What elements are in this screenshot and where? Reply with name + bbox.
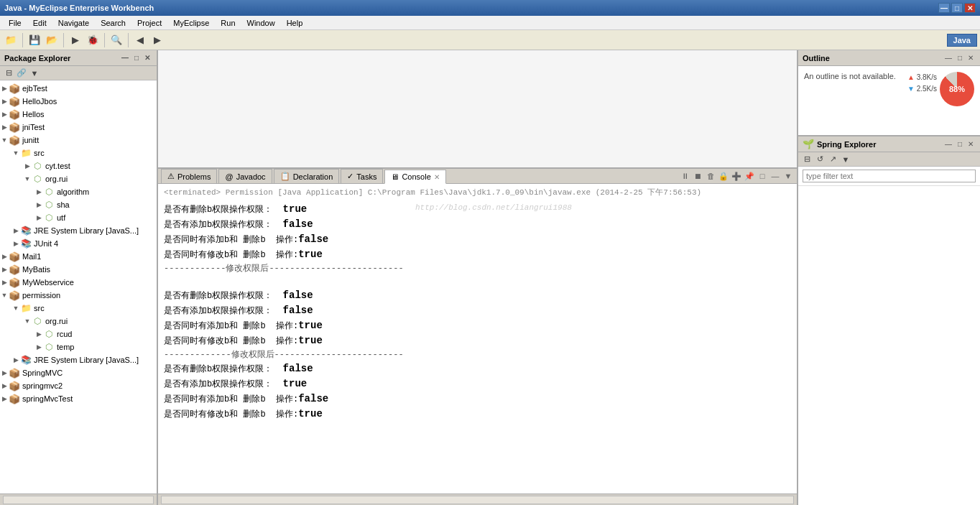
tree-item-springmvctest[interactable]: ▶ 📦 springMvcTest xyxy=(0,392,157,405)
tree-item-mybatis[interactable]: ▶ 📦 MyBatis xyxy=(0,263,157,276)
spring-maximize[interactable]: □ xyxy=(956,140,964,148)
toolbar-search-btn[interactable]: 🔍 xyxy=(108,32,124,48)
tab-javadoc[interactable]: @ Javadoc xyxy=(218,169,272,183)
console-minimize-btn[interactable]: — xyxy=(769,170,781,182)
tree-item-springmvc2[interactable]: ▶ 📦 springmvc2 xyxy=(0,379,157,392)
toolbar-save-btn[interactable]: 💾 xyxy=(27,32,42,48)
toolbar-sep-1 xyxy=(22,33,23,47)
close-button[interactable]: ✕ xyxy=(964,3,976,13)
outline-close[interactable]: ✕ xyxy=(966,54,976,62)
spring-refresh-btn[interactable]: ↺ xyxy=(814,154,826,165)
toolbar-new-btn[interactable]: 📁 xyxy=(3,32,19,48)
declaration-icon: 📋 xyxy=(280,172,290,181)
menu-window[interactable]: Window xyxy=(241,17,281,29)
menu-file[interactable]: File xyxy=(3,17,27,29)
tree-item-permission[interactable]: ▼ 📦 permission xyxy=(0,289,157,302)
tree-item-algorithm[interactable]: ▶ ⬡ algorithm xyxy=(0,185,157,198)
tree-item-org-rui-1[interactable]: ▼ ⬡ org.rui xyxy=(0,172,157,185)
menu-myeclipse[interactable]: MyEclipse xyxy=(167,17,215,29)
console-new-btn[interactable]: ➕ xyxy=(731,170,742,182)
console-hscroll[interactable] xyxy=(158,494,797,505)
tree-item-hellos[interactable]: ▶ 📦 Hellos xyxy=(0,108,157,121)
spring-collapse-btn[interactable]: ⊟ xyxy=(801,154,813,165)
console-line-5: ------------修改权限后-----------------------… xyxy=(164,262,791,288)
tree-item-jre-1[interactable]: ▶ 📚 JRE System Library [JavaS...] xyxy=(0,224,157,237)
console-maximize-btn[interactable]: □ xyxy=(757,170,768,182)
menu-help[interactable]: Help xyxy=(281,17,309,29)
tree-item-mywebservice[interactable]: ▶ 📦 MyWebservice xyxy=(0,276,157,289)
console-tab-close[interactable]: ✕ xyxy=(434,173,440,181)
console-stop-btn[interactable]: ⏹ xyxy=(692,170,703,182)
console-scroll-lock-btn[interactable]: 🔒 xyxy=(718,170,729,182)
toolbar-save-all-btn[interactable]: 📂 xyxy=(44,32,60,48)
tree-item-src-2[interactable]: ▼ 📁 src xyxy=(0,302,157,315)
java-perspective-badge[interactable]: Java xyxy=(947,34,977,47)
console-line-2: 是否有添加b权限操作权限： false xyxy=(164,217,791,232)
package-explorer-minimize[interactable]: — xyxy=(119,54,131,62)
tab-console[interactable]: 🖥 Console ✕ xyxy=(384,170,445,184)
tree-item-src-1[interactable]: ▼ 📁 src xyxy=(0,147,157,159)
right-panel: Outline — □ ✕ An outline is not availabl… xyxy=(797,50,980,505)
console-hscrollbar[interactable] xyxy=(161,496,794,504)
tree-item-junitt[interactable]: ▼ 📦 junitt xyxy=(0,134,157,147)
outline-title: Outline xyxy=(803,54,943,62)
toolbar-debug-btn[interactable]: 🐞 xyxy=(85,32,101,48)
memory-circle: 88% xyxy=(940,72,974,106)
menu-navigate[interactable]: Navigate xyxy=(52,17,95,29)
memory-indicator[interactable]: 88% xyxy=(940,72,974,106)
link-editor-btn[interactable]: 🔗 xyxy=(16,68,27,79)
menu-edit[interactable]: Edit xyxy=(27,17,52,29)
tab-problems[interactable]: ⚠ Problems xyxy=(161,169,217,183)
menu-project[interactable]: Project xyxy=(131,17,167,29)
tree-item-junit4[interactable]: ▶ 📚 JUnit 4 xyxy=(0,237,157,250)
tree-item-jnitest[interactable]: ▶ 📦 jniTest xyxy=(0,121,157,134)
spring-minimize[interactable]: — xyxy=(943,140,954,148)
main-layout: Package Explorer — □ ✕ ⊟ 🔗 ▼ ▶ 📦 ejbTest… xyxy=(0,50,980,505)
spring-menu-btn[interactable]: ▼ xyxy=(840,154,851,165)
spring-export-btn[interactable]: ↗ xyxy=(827,154,838,165)
console-clear-btn[interactable]: 🗑 xyxy=(705,170,716,182)
tree-item-org-rui-2[interactable]: ▼ ⬡ org.rui xyxy=(0,315,157,328)
tree-item-springmvc[interactable]: ▶ 📦 SpringMVC xyxy=(0,366,157,379)
tree-item-ejbtest[interactable]: ▶ 📦 ejbTest xyxy=(0,82,157,95)
collapse-all-btn[interactable]: ⊟ xyxy=(3,68,14,79)
outline-minimize[interactable]: — xyxy=(943,54,954,62)
spring-filter-input[interactable] xyxy=(803,170,976,182)
menu-run[interactable]: Run xyxy=(215,17,241,29)
view-menu-btn[interactable]: ▼ xyxy=(29,68,40,79)
tree-item-sha[interactable]: ▶ ⬡ sha xyxy=(0,198,157,211)
tab-declaration[interactable]: 📋 Declaration xyxy=(274,169,340,183)
toolbar-sep-3 xyxy=(104,33,105,47)
package-explorer-toolbar: ⊟ 🔗 ▼ xyxy=(0,66,157,80)
console-pin-btn[interactable]: 📌 xyxy=(744,170,755,182)
tree-item-utf[interactable]: ▶ ⬡ utf xyxy=(0,211,157,224)
menu-bar: File Edit Navigate Search Project MyEcli… xyxy=(0,16,980,30)
tree-item-jre-2[interactable]: ▶ 📚 JRE System Library [JavaS...] xyxy=(0,353,157,366)
tree-item-cyt-test[interactable]: ▶ ⬡ cyt.test xyxy=(0,159,157,172)
tree-item-mail1[interactable]: ▶ 📦 Mail1 xyxy=(0,250,157,263)
menu-search[interactable]: Search xyxy=(95,17,131,29)
toolbar-run-btn[interactable]: ▶ xyxy=(68,32,83,48)
tree-item-temp[interactable]: ▶ ⬡ temp xyxy=(0,340,157,353)
maximize-button[interactable]: □ xyxy=(951,3,963,13)
spring-header: 🌱 Spring Explorer — □ ✕ xyxy=(798,136,980,152)
package-explorer-maximize[interactable]: □ xyxy=(132,54,141,62)
bottom-tab-bar: ⚠ Problems @ Javadoc 📋 Declaration ✓ Tas… xyxy=(158,169,797,184)
package-explorer-hscroll[interactable] xyxy=(0,494,157,505)
toolbar-back-btn[interactable]: ◀ xyxy=(132,32,148,48)
spring-close[interactable]: ✕ xyxy=(966,140,976,148)
outline-maximize[interactable]: □ xyxy=(956,54,964,62)
memory-stat-2: ▼ 2.5K/s xyxy=(907,83,937,95)
console-menu-btn[interactable]: ▼ xyxy=(782,170,794,182)
minimize-button[interactable]: — xyxy=(938,3,950,13)
console-line-3: 是否同时有添加b和 删除b 操作:false xyxy=(164,232,791,247)
tab-tasks[interactable]: ✓ Tasks xyxy=(341,169,383,183)
console-line-9: 是否同时有修改b和 删除b 操作:true xyxy=(164,333,791,348)
console-lines-wrapper: 是否有删除b权限操作权限： true 是否有添加b权限操作权限： false 是… xyxy=(164,202,791,422)
h-scrollbar-left[interactable] xyxy=(3,496,154,504)
tree-item-rcud[interactable]: ▶ ⬡ rcud xyxy=(0,328,157,340)
console-pause-btn[interactable]: ⏸ xyxy=(679,170,690,182)
tree-item-hellojbos[interactable]: ▶ 📦 HelloJbos xyxy=(0,95,157,108)
package-explorer-close[interactable]: ✕ xyxy=(142,54,152,62)
toolbar-forward-btn[interactable]: ▶ xyxy=(149,32,165,48)
